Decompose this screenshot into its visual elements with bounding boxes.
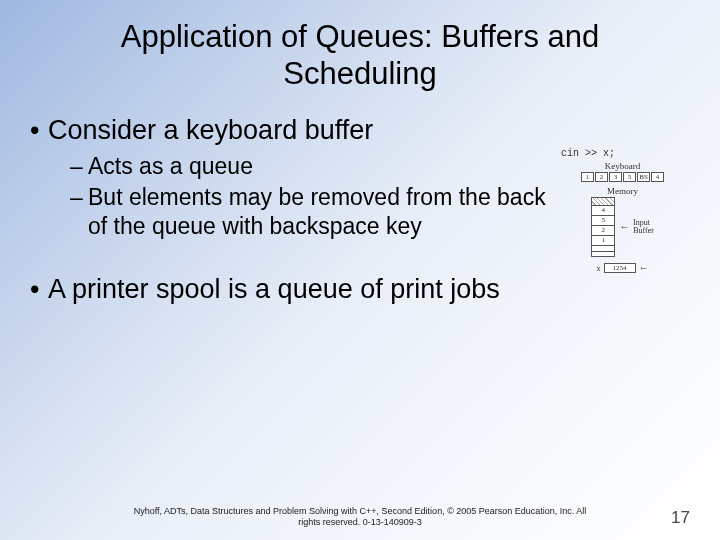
mem-cell-empty bbox=[591, 251, 615, 257]
keyboard-buffer-figure: cin >> x; Keyboard 1 2 3 5 BS 4 Memory 4… bbox=[555, 148, 690, 273]
memory-column: 4 5 2 1 bbox=[591, 197, 615, 257]
slide-title: Application of Queues: Buffers and Sched… bbox=[0, 0, 720, 100]
slide-content: Consider a keyboard buffer Acts as a que… bbox=[0, 100, 720, 307]
page-number: 17 bbox=[650, 508, 690, 528]
kb-cell: 4 bbox=[651, 172, 664, 182]
figure-code: cin >> x; bbox=[555, 148, 690, 159]
bullet-1-sub-1: Acts as a queue bbox=[70, 152, 547, 181]
kb-cell: 5 bbox=[623, 172, 636, 182]
mem-cell: 2 bbox=[591, 225, 615, 235]
footer-citation: Nyhoff, ADTs, Data Structures and Proble… bbox=[70, 506, 650, 528]
memory-label: Memory bbox=[555, 186, 690, 196]
slide-footer: Nyhoff, ADTs, Data Structures and Proble… bbox=[0, 506, 720, 528]
kb-cell: 2 bbox=[595, 172, 608, 182]
mem-cell: 4 bbox=[591, 205, 615, 215]
x-label: x bbox=[597, 264, 601, 273]
buffer-label: Input Buffer bbox=[633, 219, 654, 235]
bullet-2: A printer spool is a queue of print jobs bbox=[30, 273, 690, 307]
keyboard-cells: 1 2 3 5 BS 4 bbox=[555, 172, 690, 182]
left-arrow-icon: ← bbox=[619, 222, 629, 232]
buffer-label-line2: Buffer bbox=[633, 227, 654, 235]
kb-cell: BS bbox=[637, 172, 650, 182]
mem-cell: 1 bbox=[591, 235, 615, 245]
left-arrow-icon: ← bbox=[639, 263, 649, 273]
mem-cell: 5 bbox=[591, 215, 615, 225]
x-value-cell: 1254 bbox=[604, 263, 636, 273]
x-row: x 1254 ← bbox=[555, 263, 690, 273]
kb-cell: 1 bbox=[581, 172, 594, 182]
kb-cell: 3 bbox=[609, 172, 622, 182]
mem-cell-hatched bbox=[591, 197, 615, 205]
bullet-1-subs: Acts as a queue But elements may be remo… bbox=[30, 152, 547, 242]
memory-block: 4 5 2 1 ← Input Buffer bbox=[555, 197, 690, 257]
bullet-1: Consider a keyboard buffer bbox=[30, 114, 690, 148]
keyboard-label: Keyboard bbox=[555, 161, 690, 171]
bullet-1-sub-2: But elements may be removed from the bac… bbox=[70, 183, 547, 241]
bullet-1-row: Acts as a queue But elements may be remo… bbox=[30, 152, 690, 273]
